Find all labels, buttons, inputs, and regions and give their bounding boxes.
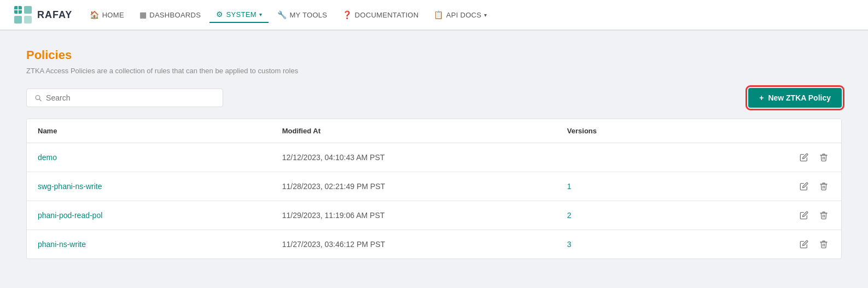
edit-icon xyxy=(800,153,808,162)
col-header-name: Name xyxy=(27,119,271,143)
cell-policy-name: phani-pod-read-pol xyxy=(27,201,271,230)
table-body: demo12/12/2023, 04:10:43 AM PST xyxy=(27,143,841,259)
cell-modified-at: 12/12/2023, 04:10:43 AM PST xyxy=(271,143,556,172)
cell-actions xyxy=(719,172,841,201)
policies-table: Name Modified At Versions demo12/12/2023… xyxy=(27,119,841,258)
search-input[interactable] xyxy=(46,93,215,102)
svg-rect-2 xyxy=(14,16,22,23)
nav-item-system[interactable]: ⚙ SYSTEM ▾ xyxy=(209,7,269,23)
page-title: Policies xyxy=(26,48,842,62)
nav-items: 🏠 HOME ▦ DASHBOARDS ⚙ SYSTEM ▾ 🔧 MY TOOL… xyxy=(83,7,855,23)
version-link[interactable]: 3 xyxy=(567,240,572,249)
cell-versions: 2 xyxy=(556,201,719,230)
documentation-icon: ❓ xyxy=(342,10,352,19)
system-chevron-icon: ▾ xyxy=(259,11,262,17)
navbar: RAFAY 🏠 HOME ▦ DASHBOARDS ⚙ SYSTEM ▾ 🔧 M… xyxy=(0,0,868,31)
edit-button[interactable] xyxy=(797,151,811,164)
row-actions xyxy=(730,151,830,164)
mytools-icon: 🔧 xyxy=(277,10,287,19)
col-header-modified-at: Modified At xyxy=(271,119,556,143)
version-link[interactable]: 1 xyxy=(567,182,572,191)
nav-item-mytools[interactable]: 🔧 MY TOOLS xyxy=(271,7,334,22)
nav-item-home[interactable]: 🏠 HOME xyxy=(83,7,131,22)
svg-rect-3 xyxy=(24,16,32,23)
table-row: demo12/12/2023, 04:10:43 AM PST xyxy=(27,143,841,172)
nav-item-dashboards[interactable]: ▦ DASHBOARDS xyxy=(133,7,207,22)
new-policy-label: New ZTKA Policy xyxy=(768,93,831,102)
cell-modified-at: 11/27/2023, 03:46:12 PM PST xyxy=(271,230,556,259)
policy-name-link[interactable]: phani-ns-write xyxy=(38,240,86,249)
search-box xyxy=(26,89,223,107)
cell-policy-name: demo xyxy=(27,143,271,172)
nav-item-documentation[interactable]: ❓ DOCUMENTATION xyxy=(336,7,425,22)
cell-policy-name: swg-phani-ns-write xyxy=(27,172,271,201)
plus-icon: + xyxy=(759,93,764,102)
toolbar: + New ZTKA Policy xyxy=(26,88,842,108)
cell-actions xyxy=(719,143,841,172)
apidocs-icon: 📋 xyxy=(434,10,443,19)
edit-icon xyxy=(800,182,808,191)
svg-rect-1 xyxy=(24,6,32,14)
edit-button[interactable] xyxy=(797,180,811,193)
row-actions xyxy=(730,238,830,251)
page-subtitle: ZTKA Access Policies are a collection of… xyxy=(26,67,842,75)
cell-actions xyxy=(719,230,841,259)
version-link[interactable]: 2 xyxy=(567,211,572,220)
brand-logo xyxy=(13,5,33,25)
brand-name: RAFAY xyxy=(37,9,72,21)
row-actions xyxy=(730,209,830,222)
table-header: Name Modified At Versions xyxy=(27,119,841,143)
col-header-versions: Versions xyxy=(556,119,719,143)
edit-icon xyxy=(800,211,808,220)
new-ztka-policy-button[interactable]: + New ZTKA Policy xyxy=(748,88,842,108)
row-actions xyxy=(730,180,830,193)
policies-table-container: Name Modified At Versions demo12/12/2023… xyxy=(26,119,842,259)
cell-modified-at: 11/29/2023, 11:19:06 AM PST xyxy=(271,201,556,230)
table-row: phani-ns-write11/27/2023, 03:46:12 PM PS… xyxy=(27,230,841,259)
cell-modified-at: 11/28/2023, 02:21:49 PM PST xyxy=(271,172,556,201)
edit-button[interactable] xyxy=(797,238,811,251)
home-icon: 🏠 xyxy=(90,10,99,19)
cell-actions xyxy=(719,201,841,230)
cell-policy-name: phani-ns-write xyxy=(27,230,271,259)
brand: RAFAY xyxy=(13,5,72,25)
delete-button[interactable] xyxy=(817,180,830,193)
table-row: swg-phani-ns-write11/28/2023, 02:21:49 P… xyxy=(27,172,841,201)
cell-versions: 3 xyxy=(556,230,719,259)
table-row: phani-pod-read-pol11/29/2023, 11:19:06 A… xyxy=(27,201,841,230)
trash-icon xyxy=(819,211,828,220)
search-icon xyxy=(34,94,42,102)
delete-button[interactable] xyxy=(817,238,830,251)
delete-button[interactable] xyxy=(817,209,830,222)
system-icon: ⚙ xyxy=(216,10,223,19)
main-content: Policies ZTKA Access Policies are a coll… xyxy=(0,31,868,277)
trash-icon xyxy=(819,182,828,191)
policy-name-link[interactable]: demo xyxy=(38,153,57,162)
policy-name-link[interactable]: swg-phani-ns-write xyxy=(38,182,102,191)
edit-button[interactable] xyxy=(797,209,811,222)
trash-icon xyxy=(819,240,828,249)
edit-icon xyxy=(800,240,808,249)
cell-versions xyxy=(556,143,719,172)
svg-line-7 xyxy=(39,99,41,101)
delete-button[interactable] xyxy=(817,151,830,164)
dashboards-icon: ▦ xyxy=(139,10,147,19)
nav-item-apidocs[interactable]: 📋 API DOCS ▾ xyxy=(427,7,493,22)
col-header-actions xyxy=(719,119,841,143)
trash-icon xyxy=(819,153,828,162)
policy-name-link[interactable]: phani-pod-read-pol xyxy=(38,211,102,220)
apidocs-chevron-icon: ▾ xyxy=(484,12,487,18)
cell-versions: 1 xyxy=(556,172,719,201)
